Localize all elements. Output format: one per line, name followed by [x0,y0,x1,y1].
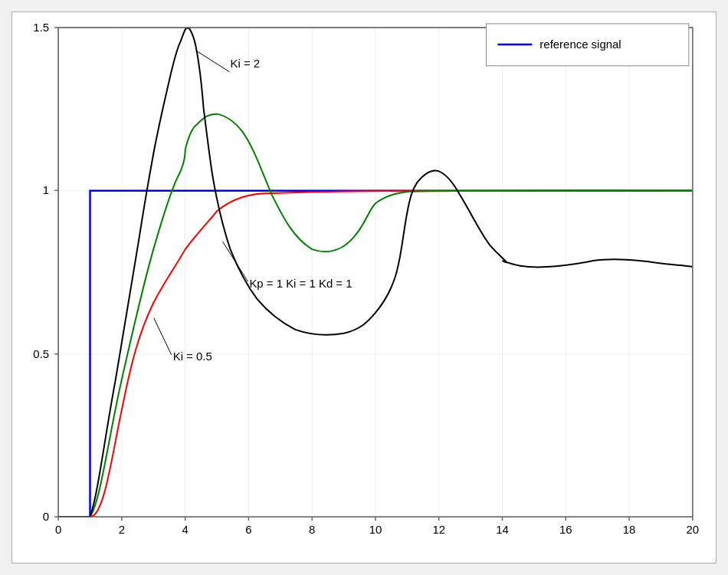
x-tick-4: 4 [182,523,188,536]
y-tick-1: 1 [43,183,49,196]
chart-container: 0 0.5 1 1.5 0 2 4 6 8 10 12 14 [11,12,717,564]
y-tick-0: 0 [43,510,49,523]
annotation-ki0.5: Ki = 0.5 [173,350,212,363]
legend-reference-signal: reference signal [539,38,621,51]
x-tick-6: 6 [245,523,251,536]
x-tick-2: 2 [119,523,125,536]
y-tick-1.5: 1.5 [33,21,49,34]
x-tick-18: 18 [623,523,636,536]
x-tick-8: 8 [309,523,315,536]
annotation-pid-full: Kp = 1 Ki = 1 Kd = 1 [249,277,352,290]
y-tick-0.5: 0.5 [33,347,49,360]
x-tick-0: 0 [55,523,61,536]
x-tick-16: 16 [559,523,572,536]
annotation-ki2: Ki = 2 [230,57,260,70]
x-tick-14: 14 [496,523,509,536]
x-tick-10: 10 [369,523,382,536]
x-tick-20: 20 [686,523,699,536]
x-tick-12: 12 [432,523,445,536]
